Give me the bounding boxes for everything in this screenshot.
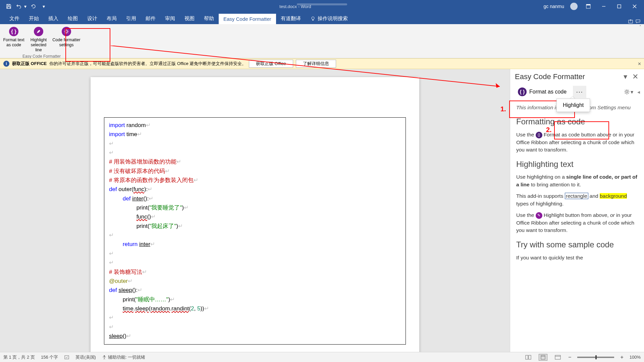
ribbon-display-icon[interactable]: [584, 2, 593, 11]
para-highlight-3: Use the ✎Highlight button from above, or…: [516, 212, 638, 234]
task-pane-title: Easy Code Formatter: [515, 72, 585, 81]
share-icon[interactable]: [628, 19, 633, 24]
annotation-label-2: 2.: [546, 126, 552, 134]
tab-easy-code-formatter[interactable]: Easy Code Formatter: [219, 14, 276, 24]
collapse-ribbon-icon[interactable]: ˄: [639, 25, 641, 29]
highlighter-icon: ✎: [536, 212, 542, 219]
status-word-count[interactable]: 156 个字: [41, 354, 58, 360]
code-text: random: [151, 305, 170, 312]
code-block[interactable]: import random↵ import time↵ ↵ ↵ # 用装饰器增加…: [104, 117, 406, 345]
format-as-code-label: Format as code: [529, 89, 567, 95]
undo-dropdown-icon[interactable]: ▾: [23, 3, 27, 10]
tab-file[interactable]: 文件: [5, 13, 24, 24]
msgbar-text: 你的许可证并非正版，可可能是盗版软件的受害者。立即通过正版 Office 避免中…: [49, 61, 246, 67]
tab-youdao[interactable]: 有道翻译: [276, 13, 306, 24]
code-str: "我要睡觉了": [149, 204, 182, 211]
annotation-label-1: 1.: [500, 105, 506, 113]
tab-help[interactable]: 帮助: [199, 13, 219, 24]
highlight-option[interactable]: Highlight: [556, 99, 590, 112]
code-formatter-settings-button[interactable]: Code formatter settings: [51, 26, 82, 53]
user-avatar[interactable]: [570, 3, 578, 10]
format-as-code-button[interactable]: { } Format as code: [514, 85, 570, 99]
code-str: "睡眠中……": [136, 296, 168, 303]
tab-review[interactable]: 审阅: [160, 13, 180, 24]
svg-point-7: [626, 91, 628, 93]
tell-me-label: 操作说明搜索: [318, 15, 348, 22]
highlight-option-label: Highlight: [563, 102, 584, 108]
tab-draw[interactable]: 绘图: [63, 13, 83, 24]
document-page: import random↵ import time↵ ↵ ↵ # 用装饰器增加…: [91, 77, 419, 352]
highlight-selected-line-button[interactable]: Highlight selected line: [26, 26, 51, 53]
collapse-pane-icon[interactable]: ◂: [637, 89, 640, 95]
task-pane-close-icon[interactable]: ✕: [631, 73, 639, 81]
more-options-button[interactable]: ···: [573, 86, 586, 98]
info-icon: i: [3, 61, 9, 67]
para-sample: If you want to quickly test the: [516, 254, 638, 261]
code-text: func: [133, 186, 144, 192]
qat-dropdown-icon[interactable]: ▾: [40, 3, 47, 10]
svg-point-6: [65, 31, 67, 33]
redo-icon[interactable]: [30, 3, 37, 10]
code-comment: # 没有破坏原本的代码: [109, 168, 165, 174]
ribbon-btn3-l2: settings: [59, 43, 73, 48]
accessibility-icon[interactable]: 辅助功能: 一切就绪: [102, 354, 145, 360]
minimize-icon[interactable]: [599, 2, 608, 11]
para-formatting: Use the {}Format as code button above or…: [516, 131, 638, 154]
ribbon-btn1-l1: Format text: [3, 38, 24, 43]
close-icon[interactable]: [630, 2, 639, 11]
tab-layout[interactable]: 布局: [102, 13, 121, 24]
ribbon-tabs: 文件 开始 插入 绘图 设计 布局 引用 邮件 审阅 视图 帮助 Easy Co…: [0, 13, 644, 24]
comments-icon[interactable]: [635, 19, 641, 24]
msgbar-title: 获取正版 OFFICE: [12, 61, 47, 67]
spellcheck-icon[interactable]: [64, 355, 69, 360]
user-name[interactable]: gc nanmu: [544, 4, 564, 9]
code-kw: import: [109, 131, 125, 137]
ribbon-btn2-l2: selected line: [28, 43, 50, 53]
save-icon[interactable]: [5, 3, 12, 10]
zoom-level[interactable]: 100%: [630, 355, 641, 360]
para-highlight-2: This add-in supports rectangle and backg…: [516, 192, 638, 207]
maximize-icon[interactable]: [614, 2, 624, 11]
code-text: randint: [171, 305, 189, 312]
document-canvas[interactable]: import random↵ import time↵ ↵ ↵ # 用装饰器增加…: [0, 69, 510, 352]
code-text: (): [147, 214, 151, 220]
tab-view[interactable]: 视图: [180, 13, 199, 24]
code-text: random: [125, 122, 146, 128]
code-kw: import: [109, 122, 125, 128]
status-page[interactable]: 第 1 页，共 2 页: [3, 354, 35, 360]
undo-icon[interactable]: [15, 3, 22, 10]
ribbon-btn2-l1: Highlight: [31, 38, 47, 43]
tab-references[interactable]: 引用: [121, 13, 141, 24]
tab-design[interactable]: 设计: [83, 13, 102, 24]
print-layout-icon[interactable]: [539, 354, 547, 361]
code-text: print(: [137, 204, 150, 211]
zoom-out-icon[interactable]: −: [568, 354, 571, 360]
chevron-down-icon: ▾: [631, 89, 633, 95]
ribbon-btn3-l1: Code formatter: [52, 38, 80, 43]
read-mode-icon[interactable]: [524, 354, 533, 361]
gear-icon: [62, 27, 71, 36]
tell-me[interactable]: 操作说明搜索: [306, 13, 353, 24]
pane-settings-button[interactable]: ▾: [624, 89, 633, 95]
code-text: print(: [137, 223, 150, 229]
msgbar-close-icon[interactable]: ✕: [638, 61, 641, 66]
svg-rect-1: [586, 4, 590, 5]
tab-insert[interactable]: 插入: [44, 13, 63, 24]
learn-more-button[interactable]: 了解详细信息: [296, 60, 336, 68]
zoom-slider[interactable]: [577, 357, 614, 358]
format-text-as-code-button[interactable]: { } Format text as code: [1, 26, 26, 53]
svg-rect-10: [65, 356, 69, 359]
zoom-in-icon[interactable]: +: [620, 354, 623, 360]
code-text: (): [123, 333, 126, 339]
web-layout-icon[interactable]: [553, 354, 562, 361]
get-genuine-office-button[interactable]: 获取正版 Office: [249, 60, 293, 68]
document-title: test.docx - Word: [47, 4, 544, 9]
code-text: sleep: [135, 305, 149, 312]
tab-mailings[interactable]: 邮件: [141, 13, 160, 24]
code-text: ):: [144, 186, 148, 192]
tab-home[interactable]: 开始: [24, 13, 44, 24]
task-pane-dropdown-icon[interactable]: ▾: [621, 73, 629, 81]
braces-icon: {}: [536, 132, 542, 138]
status-language[interactable]: 英语(美国): [75, 354, 96, 360]
task-pane-body: This information is accessible from Sett…: [510, 101, 644, 272]
